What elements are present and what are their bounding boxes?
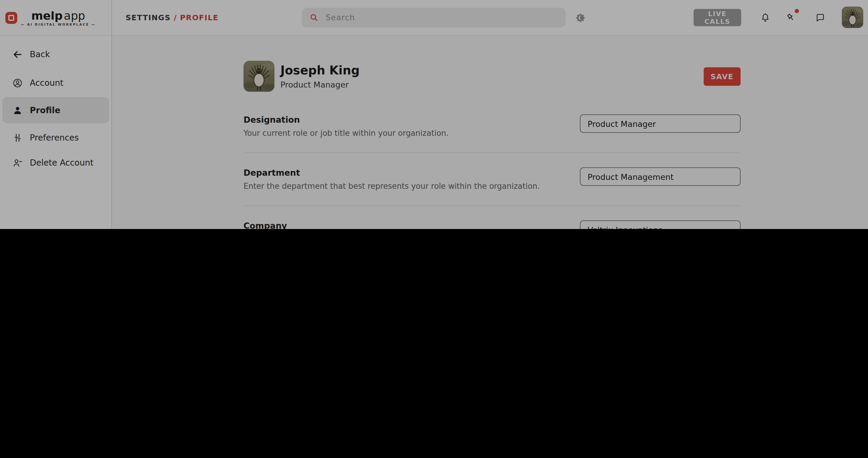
field-description: Your current role or job title within yo… — [244, 128, 556, 138]
form-row-designation: Designation Your current role or job tit… — [244, 100, 741, 153]
sidebar-item-account[interactable]: Account — [2, 73, 109, 93]
app-logo: melpapp — AI DIGITAL WORKPLACE — — [0, 0, 111, 36]
sidebar-item-profile[interactable]: Profile — [2, 97, 109, 123]
brand-name-bold: melp — [31, 9, 63, 22]
theme-auto-icon[interactable] — [575, 12, 586, 23]
account-icon — [12, 78, 23, 88]
settings-profile-content: Joseph King Product Manager SAVE Designa… — [112, 36, 868, 229]
sidebar-nav: Back Account Profile — [0, 36, 111, 173]
field-description: Enter the department that best represent… — [244, 181, 556, 191]
back-button[interactable]: Back — [2, 44, 109, 64]
field-label: Department — [244, 167, 556, 178]
notification-dot — [795, 9, 799, 13]
search-input[interactable] — [324, 12, 541, 23]
form-row-department: Department Enter the department that bes… — [244, 153, 741, 206]
notifications-bell-icon[interactable] — [760, 12, 770, 23]
sidebar: melpapp — AI DIGITAL WORKPLACE — Back Ac… — [0, 0, 112, 229]
search-box[interactable] — [302, 8, 565, 27]
sidebar-item-label: Delete Account — [30, 158, 93, 167]
field-label: Designation — [244, 114, 556, 125]
profile-icon — [12, 105, 23, 115]
designation-input[interactable] — [580, 114, 741, 133]
user-avatar[interactable] — [842, 6, 863, 28]
back-arrow-icon — [12, 49, 23, 59]
sidebar-item-label: Profile — [30, 105, 60, 115]
breadcrumb-settings[interactable]: SETTINGS — [126, 13, 170, 22]
department-input[interactable] — [580, 167, 741, 186]
preferences-icon — [12, 132, 23, 143]
breadcrumb-profile: PROFILE — [180, 13, 218, 22]
topbar: SETTINGS / PROFILE LIVE CALLS — [112, 0, 868, 36]
app-window: melpapp — AI DIGITAL WORKPLACE — Back Ac… — [0, 0, 868, 229]
chat-icon[interactable] — [815, 12, 825, 23]
sidebar-item-preferences[interactable]: Preferences — [2, 127, 109, 148]
save-button[interactable]: SAVE — [703, 67, 741, 86]
search-icon — [310, 13, 318, 22]
profile-name: Joseph King — [280, 63, 360, 78]
back-label: Back — [30, 50, 50, 59]
pinned-items-pin-icon[interactable] — [786, 12, 796, 23]
sidebar-item-label: Preferences — [30, 133, 79, 142]
breadcrumb[interactable]: SETTINGS / PROFILE — [126, 13, 218, 22]
sidebar-item-delete-account[interactable]: Delete Account — [2, 152, 109, 173]
company-input[interactable] — [580, 220, 741, 229]
sidebar-item-label: Account — [30, 78, 63, 88]
profile-header: Joseph King Product Manager SAVE — [244, 61, 741, 92]
profile-avatar[interactable] — [244, 61, 274, 92]
live-calls-button[interactable]: LIVE CALLS — [693, 9, 741, 26]
brand-tagline: — AI DIGITAL WORKPLACE — — [21, 22, 96, 26]
profile-role: Product Manager — [280, 80, 360, 89]
app-wordmark: melpapp — [31, 9, 85, 21]
form-row-company: Company Please enter the name of the com… — [244, 206, 741, 229]
delete-account-icon — [12, 157, 23, 167]
brand-name-light: app — [64, 9, 86, 22]
field-label: Company — [244, 220, 556, 229]
melp-logo-icon — [5, 11, 17, 24]
breadcrumb-separator: / — [170, 13, 180, 22]
